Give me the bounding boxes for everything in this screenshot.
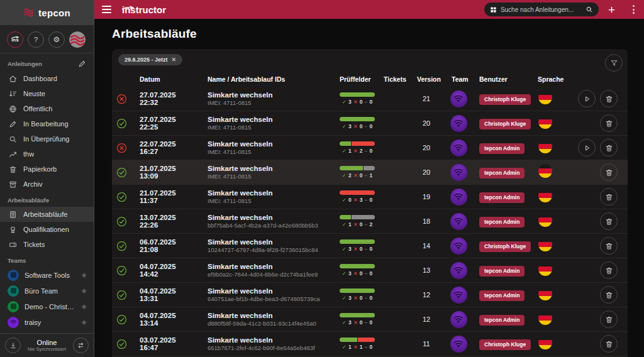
team-traisy-wifi-icon[interactable] <box>450 311 467 328</box>
team-traisy-wifi-icon[interactable] <box>450 189 467 206</box>
chip-close-icon[interactable]: ✕ <box>172 57 177 63</box>
workflow-id: IMEI: 4711-0815 <box>208 99 338 106</box>
delete-button[interactable] <box>600 261 618 279</box>
table-row[interactable]: 04.07.2025 14:42Simkarte wechselnef9b0a2… <box>112 258 628 283</box>
user-badge[interactable]: Christoph Kluge <box>479 339 531 350</box>
date-filter-chip[interactable]: 29.6.2025 - Jetzt ✕ <box>118 54 182 65</box>
row-version: 19 <box>409 193 444 200</box>
sidebar: tepcon ins ? ⚙ <box>0 0 94 357</box>
sidebar-item-in-bearbeitung[interactable]: In Bearbeitung <box>0 116 94 131</box>
sidebar-item-label: Papierkorb <box>23 165 57 173</box>
user-badge[interactable]: Christoph Kluge <box>479 94 531 105</box>
sidebar-item-öffentlich[interactable]: Öffentlich <box>0 101 94 116</box>
team-traisy-wifi-icon[interactable] <box>450 115 467 132</box>
star-icon[interactable]: ★ <box>80 287 87 295</box>
table-row[interactable]: 27.07.2025 22:25Simkarte wechselnIMEI: 4… <box>112 111 628 136</box>
table-row[interactable]: 21.07.2025 11:37Simkarte wechselnIMEI: 4… <box>112 185 628 209</box>
delete-button[interactable] <box>600 114 618 132</box>
help-button[interactable]: ? <box>28 31 44 48</box>
user-badge[interactable]: tepcon Admin <box>479 192 525 203</box>
search-bar[interactable] <box>484 3 599 16</box>
team-traisy-wifi-icon[interactable] <box>450 262 467 279</box>
team-traisy-wifi-icon[interactable] <box>450 238 467 255</box>
search-input[interactable] <box>501 6 582 13</box>
sidebar-item-archiv[interactable]: Archiv <box>0 177 94 192</box>
user-badge[interactable]: tepcon Admin <box>479 290 525 301</box>
delete-button[interactable] <box>600 90 618 107</box>
play-button[interactable] <box>578 139 596 157</box>
user-badge[interactable]: tepcon Admin <box>479 315 525 326</box>
sidebar-item-papierkorb[interactable]: Papierkorb <box>0 162 94 177</box>
user-badge[interactable]: tepcon Admin <box>479 168 525 178</box>
user-badge[interactable]: Christoph Kluge <box>479 119 531 129</box>
row-team <box>444 91 473 107</box>
delete-button[interactable] <box>600 335 618 353</box>
sidebar-item-label: Neuste <box>23 90 45 97</box>
sidebar-item-tickets[interactable]: Tickets <box>0 237 94 252</box>
user-badge[interactable]: tepcon Admin <box>479 266 525 277</box>
edit-pencil-icon[interactable] <box>78 60 86 68</box>
add-button[interactable]: + <box>604 4 619 16</box>
team-traisy-wifi-icon[interactable] <box>450 164 467 181</box>
team-traisy-wifi-icon[interactable] <box>450 287 467 304</box>
delete-button[interactable] <box>600 163 618 181</box>
filter-button[interactable] <box>605 54 623 72</box>
table-row[interactable]: 04.07.2025 13:14Simkarte wechselnd880f58… <box>112 307 628 332</box>
row-datum: 27.07.2025 22:25 <box>131 116 195 131</box>
sidebar-item-thw[interactable]: thw <box>0 146 94 162</box>
sync-arrows-icon <box>77 341 85 349</box>
tepcon-logo-icon <box>23 8 36 17</box>
table-row[interactable]: 21.07.2025 13:09Simkarte wechselnIMEI: 4… <box>112 160 628 185</box>
sidebar-nav: AnleitungenDashboardNeusteÖffentlichIn B… <box>0 53 94 333</box>
settings-button[interactable]: ⚙ <box>48 31 65 48</box>
team-traisy-wifi-icon[interactable] <box>450 336 467 353</box>
team-traisy-wifi-icon[interactable] <box>450 140 467 157</box>
user-avatar[interactable] <box>69 31 86 48</box>
sidebar-item-neuste[interactable]: Neuste <box>0 86 94 101</box>
sidebar-item-in-überprüfung[interactable]: In Überprüfung <box>0 131 94 146</box>
team-item-büro-team[interactable]: Büro Team★ <box>0 283 94 299</box>
team-traisy-wifi-icon[interactable] <box>450 213 467 230</box>
user-badge[interactable]: Christoph Kluge <box>479 241 531 252</box>
kebab-menu-icon[interactable] <box>630 3 638 16</box>
team-item-software-tools[interactable]: Software Tools★ <box>0 267 94 283</box>
menu-icon[interactable] <box>99 3 114 16</box>
delete-button[interactable] <box>600 237 618 255</box>
row-datum: 04.07.2025 13:31 <box>131 287 195 302</box>
table-row[interactable]: 03.07.2025 16:47Simkarte wechseln661b767… <box>112 332 628 356</box>
instructor-badge-button[interactable]: ins <box>7 31 23 48</box>
search-icon[interactable] <box>586 6 593 13</box>
table-row[interactable]: 13.07.2025 22:26Simkarte wechselnbbf75ab… <box>112 209 628 234</box>
sidebar-item-qualifikationen[interactable]: Qualifikationen <box>0 222 94 237</box>
delete-button[interactable] <box>600 310 618 328</box>
row-actions <box>571 310 628 328</box>
play-button[interactable] <box>578 90 596 107</box>
star-icon[interactable]: ★ <box>80 318 87 327</box>
row-status <box>112 216 131 227</box>
workflow-name: Simkarte wechseln <box>208 238 338 246</box>
table-row[interactable]: 27.07.2025 22:32Simkarte wechselnIMEI: 4… <box>112 87 628 111</box>
team-traisy-wifi-icon[interactable] <box>450 91 467 107</box>
workflow-name: Simkarte wechseln <box>208 140 338 148</box>
delete-button[interactable] <box>600 188 618 206</box>
download-button[interactable] <box>5 338 21 353</box>
star-icon[interactable]: ★ <box>80 302 87 311</box>
table-row[interactable]: 04.07.2025 13:31Simkarte wechseln640751a… <box>112 283 628 307</box>
delete-button[interactable] <box>600 139 618 157</box>
brand-name: tepcon <box>38 8 70 18</box>
sidebar-item-dashboard[interactable]: Dashboard <box>0 71 94 86</box>
delete-button[interactable] <box>600 212 618 230</box>
row-user: tepcon Admin <box>473 313 533 326</box>
delete-button[interactable] <box>600 286 618 304</box>
user-badge[interactable]: tepcon Admin <box>479 217 525 228</box>
table-row[interactable]: 22.07.2025 16:27Simkarte wechselnIMEI: 4… <box>112 136 628 160</box>
team-name: Software Tools <box>25 272 70 279</box>
team-item-demo-christoph[interactable]: Demo - Christoph★ <box>0 299 94 314</box>
table-row[interactable]: 06.07.2025 21:08Simkarte wechseln1024472… <box>112 234 628 258</box>
sidebar-item-arbeitsabläufe[interactable]: Arbeitsabläufe <box>0 207 94 222</box>
sync-button[interactable] <box>73 338 89 353</box>
workflow-name: Simkarte wechseln <box>208 287 338 295</box>
star-icon[interactable]: ★ <box>80 271 87 280</box>
team-item-traisy[interactable]: traisy★ <box>0 314 94 330</box>
user-badge[interactable]: tepcon Admin <box>479 143 525 154</box>
